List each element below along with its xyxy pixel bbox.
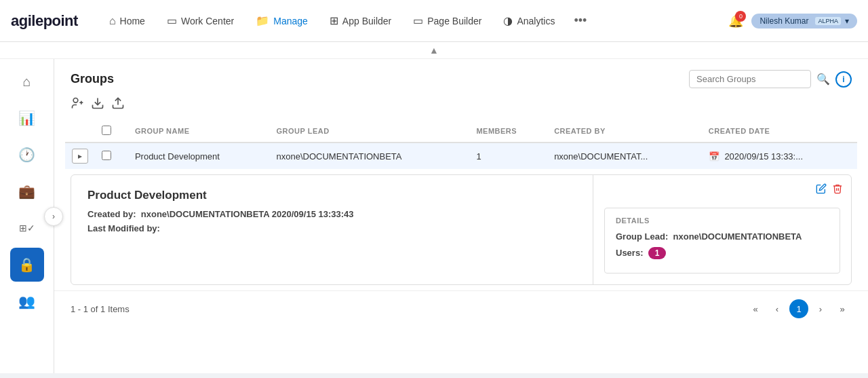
col-header-created-date: CREATED DATE <box>702 120 857 143</box>
row-checkbox[interactable] <box>102 151 111 160</box>
select-all-checkbox[interactable] <box>102 126 111 135</box>
main-content: Groups 🔍 i <box>54 59 868 373</box>
detail-users: Users: 1 <box>616 247 829 259</box>
groups-table: GROUP NAME GROUP LEAD MEMBERS CREATED BY… <box>65 120 857 169</box>
nav-analytics[interactable]: ◑ Analytics <box>494 9 564 33</box>
detail-title: Product Development <box>87 189 576 202</box>
upload-button[interactable] <box>111 96 125 113</box>
groups-toolbar <box>54 94 868 120</box>
detail-right: DETAILS Group Lead: nxone\DOCUMENTATIONB… <box>593 175 851 284</box>
first-page-button[interactable]: « <box>746 299 765 318</box>
cell-group-name: Product Development <box>128 143 270 169</box>
user-menu[interactable]: Nilesh Kumar ALPHA ▾ <box>751 14 857 29</box>
nav-manage[interactable]: 📁 Manage <box>246 9 317 33</box>
notification-button[interactable]: 🔔 0 <box>728 14 743 29</box>
detail-last-modified: Last Modified by: <box>87 223 576 233</box>
cell-created-by: nxone\DOCUMENTAT... <box>547 143 702 169</box>
cell-created-date: 📅 2020/09/15 13:33:... <box>702 143 857 169</box>
detail-group-lead: Group Lead: nxone\DOCUMENTATIONBETA <box>616 231 829 242</box>
groups-table-container: GROUP NAME GROUP LEAD MEMBERS CREATED BY… <box>54 120 868 169</box>
chevron-down-icon: ▾ <box>845 16 849 26</box>
page-title: Groups <box>71 72 114 86</box>
chevron-up-icon[interactable]: ▲ <box>429 45 439 56</box>
sidebar-item-briefcase[interactable]: 💼 <box>10 174 44 208</box>
pagination-bar: 1 - 1 of 1 Items « ‹ 1 › » <box>54 290 868 326</box>
row-expand-button[interactable]: ▸ <box>72 149 88 164</box>
sidebar-item-clock[interactable]: 🕐 <box>10 138 44 172</box>
nav-more[interactable]: ••• <box>567 8 593 33</box>
sidebar: ⌂ 📊 🕐 💼 ⊞✓ 🔒 👥 › <box>0 59 54 373</box>
details-box: DETAILS Group Lead: nxone\DOCUMENTATIONB… <box>604 208 840 273</box>
detail-left: Product Development Created by: nxone\DO… <box>71 175 593 284</box>
col-header-created-by: CREATED BY <box>547 120 702 143</box>
nav-home[interactable]: ⌂ Home <box>100 10 155 33</box>
search-area: 🔍 i <box>689 70 852 88</box>
collapse-bar: ▲ <box>0 42 868 59</box>
nav-right: 🔔 0 Nilesh Kumar ALPHA ▾ <box>728 14 857 29</box>
delete-button[interactable] <box>832 183 843 197</box>
prev-page-button[interactable]: ‹ <box>768 299 787 318</box>
sidebar-item-apps[interactable]: ⊞✓ <box>10 211 44 245</box>
groups-header: Groups 🔍 i <box>54 59 868 94</box>
nav-appbuilder[interactable]: ⊞ App Builder <box>320 9 401 33</box>
table-header-row: GROUP NAME GROUP LEAD MEMBERS CREATED BY… <box>65 120 857 143</box>
nav-pagebuilder[interactable]: ▭ Page Builder <box>403 9 491 33</box>
sidebar-item-users[interactable]: 👥 <box>10 284 44 318</box>
col-header-group-lead: GROUP LEAD <box>270 120 470 143</box>
last-page-button[interactable]: » <box>833 299 852 318</box>
edit-button[interactable] <box>816 183 827 197</box>
notification-badge: 0 <box>735 11 746 22</box>
detail-actions <box>816 183 843 197</box>
sidebar-item-home[interactable]: ⌂ <box>10 64 44 98</box>
col-header-checkbox <box>95 120 128 143</box>
search-button[interactable]: 🔍 <box>816 73 830 86</box>
detail-panel: Product Development Created by: nxone\DO… <box>71 174 852 285</box>
search-input[interactable] <box>689 70 811 88</box>
sidebar-toggle-button[interactable]: › <box>44 207 63 226</box>
grid-icon: ⊞ <box>330 14 338 27</box>
alpha-badge: ALPHA <box>815 17 841 25</box>
col-header-group-name: GROUP NAME <box>128 120 270 143</box>
analytics-icon: ◑ <box>503 14 513 27</box>
table-row[interactable]: ▸ Product Development nxone\DOCUMENTATIO… <box>65 143 857 169</box>
users-count-badge: 1 <box>648 247 667 259</box>
details-section-title: DETAILS <box>616 216 829 225</box>
nav-workcenter[interactable]: ▭ Work Center <box>157 9 243 33</box>
logo[interactable]: agilepoint <box>11 12 78 30</box>
page-icon: ▭ <box>413 14 423 27</box>
nav-items: ⌂ Home ▭ Work Center 📁 Manage ⊞ App Buil… <box>100 8 729 33</box>
folder-icon: 📁 <box>256 14 269 27</box>
pagination-info: 1 - 1 of 1 Items <box>71 304 130 314</box>
sidebar-item-security[interactable]: 🔒 <box>10 248 44 282</box>
detail-created-by: Created by: nxone\DOCUMENTATIONBETA 2020… <box>87 209 576 219</box>
sidebar-item-chart[interactable]: 📊 <box>10 101 44 135</box>
svg-point-0 <box>73 98 78 103</box>
home-icon: ⌂ <box>109 15 116 27</box>
main-layout: ⌂ 📊 🕐 💼 ⊞✓ 🔒 👥 › Groups 🔍 i <box>0 59 868 373</box>
col-header-members: MEMBERS <box>469 120 547 143</box>
pagination-controls: « ‹ 1 › » <box>746 299 852 318</box>
cell-group-lead: nxone\DOCUMENTATIONBETA <box>270 143 470 169</box>
info-button[interactable]: i <box>835 71 852 88</box>
add-group-button[interactable] <box>71 96 84 113</box>
top-navigation: agilepoint ⌂ Home ▭ Work Center 📁 Manage… <box>0 0 868 42</box>
cell-members: 1 <box>469 143 547 169</box>
next-page-button[interactable]: › <box>811 299 830 318</box>
monitor-icon: ▭ <box>167 14 177 27</box>
current-page-button[interactable]: 1 <box>789 299 808 318</box>
download-button[interactable] <box>91 96 104 113</box>
